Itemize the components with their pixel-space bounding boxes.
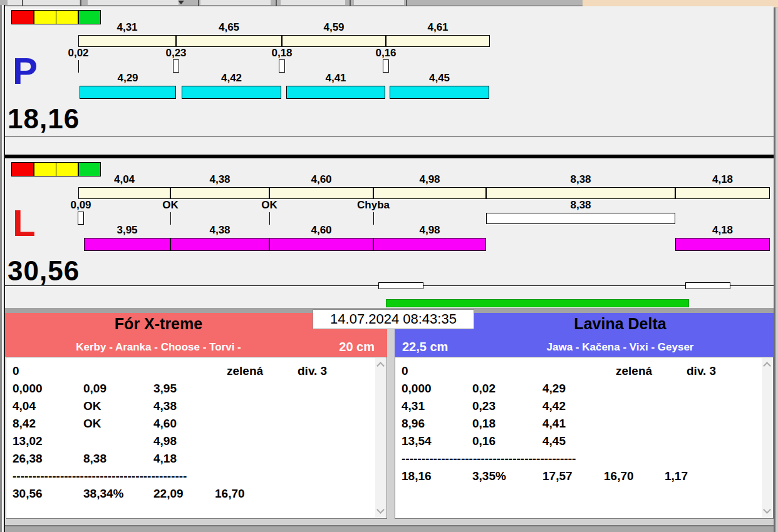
change-time-label: 0,23 [148,48,204,59]
scroll-up-icon[interactable] [376,362,385,370]
split-bar-segment [269,187,373,199]
result-cell: 0 [402,365,408,377]
bottom-strip-outer [0,526,778,532]
split-bar-segment [373,187,486,199]
result-cell: 18,16 [402,470,432,482]
heat-box [685,282,730,289]
scroll-up-icon[interactable] [763,362,771,370]
result-cell: OK [83,417,101,429]
jump-height: 22,5 cm [402,340,496,354]
background-toolbar-remnant [0,0,583,6]
result-cell: 30,56 [13,488,43,499]
change-tick [170,212,171,225]
result-cell: ----------------------------------------… [13,470,187,482]
scrollbar[interactable] [762,358,772,518]
result-cell: 8,38 [83,453,106,464]
progress-bar [386,299,689,307]
mid-strip [0,282,774,308]
lane-panel-p: P 18,16 4,314,654,594,610,020,230,180,16… [0,6,774,136]
result-cell: 0,18 [472,417,495,429]
toolbar-divider [198,0,199,6]
split-time-label: 4,38 [170,174,269,185]
team-name: Fór X-treme [5,315,312,333]
result-cell: 4,04 [13,400,36,412]
split-bar-segment [78,35,176,47]
dog-time-label: 4,42 [182,73,281,84]
result-cell: 1,17 [665,470,688,482]
window-right-border [775,8,778,532]
team-results-left[interactable]: 0zelenádiv. 30,0000,093,954,04OK4,388,42… [6,357,387,519]
result-cell: 4,18 [153,453,177,464]
start-light-cell [56,10,78,24]
heat-box [378,282,423,289]
team-results-right[interactable]: 0zelenádiv. 30,0000,024,294,310,234,428,… [395,357,774,519]
dog-time-label: 4,29 [80,73,176,84]
dog-run-bar [80,86,176,99]
split-bar-segment [176,35,282,47]
window-left-border [4,5,5,532]
start-light-cell [11,10,34,24]
split-time-label: 4,31 [78,22,176,33]
result-cell: 3,95 [153,382,177,394]
team-dogs: Jawa - Kačena - Vixi - Geyser [467,341,774,354]
result-cell: zelená [616,365,652,377]
result-cell: zelená [227,365,263,377]
split-time-label: 4,98 [373,174,486,185]
result-cell: 4,98 [153,435,177,447]
result-cell: ----------------------------------------… [402,453,576,464]
toolbar-segment [354,0,404,5]
toolbar-segment [8,0,80,5]
change-time-label: OK [241,200,298,211]
change-tick [373,212,374,225]
lane-total-time-p: 18,16 [8,105,80,133]
scroll-down-icon[interactable] [763,506,771,514]
change-time-label: Chyba [345,200,402,211]
toolbar-divider [22,0,23,6]
result-cell: 4,42 [542,400,566,412]
result-cell: 0 [13,365,19,377]
result-cell: 22,09 [153,488,184,499]
result-cell: 4,31 [402,400,425,412]
change-time-label: OK [142,200,199,211]
result-cell: 0,02 [472,382,495,394]
split-time-label: 8,38 [486,174,675,185]
change-box [173,59,179,73]
dog-run-bar [182,86,281,99]
dog-run-bar [390,86,489,99]
chevron-down-icon [178,1,184,4]
team-panel-gap [387,313,395,519]
split-bar-segment [486,187,675,199]
result-cell: 0,000 [13,382,43,394]
scroll-down-icon[interactable] [376,506,385,514]
flyball-timing-screen: P 18,16 4,314,654,594,610,020,230,180,16… [0,0,778,532]
split-time-label: 4,65 [176,22,282,33]
change-time-label: 0,16 [358,48,414,59]
split-time-label: 4,61 [386,22,490,33]
dog-run-bar [269,238,373,251]
result-cell: 4,29 [542,382,566,394]
result-cell: 0,000 [402,382,432,394]
datetime-display: 14.07.2024 08:43:35 [313,309,474,329]
dog-run-bar [675,238,770,251]
toolbar-segment [88,0,179,5]
split-time-label: 4,04 [78,174,170,185]
result-cell: 4,45 [542,435,566,447]
toolbar-divider [406,0,407,6]
dog-time-label: 4,18 [675,225,770,236]
dog-time-label: 3,95 [84,225,170,236]
change-tick [269,212,270,225]
team-dogs: Kerby - Aranka - Choose - Torvi - [5,341,312,354]
change-tick [78,60,79,73]
change-time-label: 0,02 [50,48,106,59]
change-time-label: 8,38 [552,200,609,211]
result-cell: 16,70 [604,470,634,482]
start-light-cell [34,10,56,24]
bottom-strip [0,519,778,525]
split-bar-segment [282,35,386,47]
dog-run-bar [170,238,269,251]
result-cell: OK [83,400,101,412]
scrollbar[interactable] [375,358,386,518]
result-cell: div. 3 [687,365,716,377]
change-box [279,59,285,73]
split-bar-segment [78,187,170,199]
